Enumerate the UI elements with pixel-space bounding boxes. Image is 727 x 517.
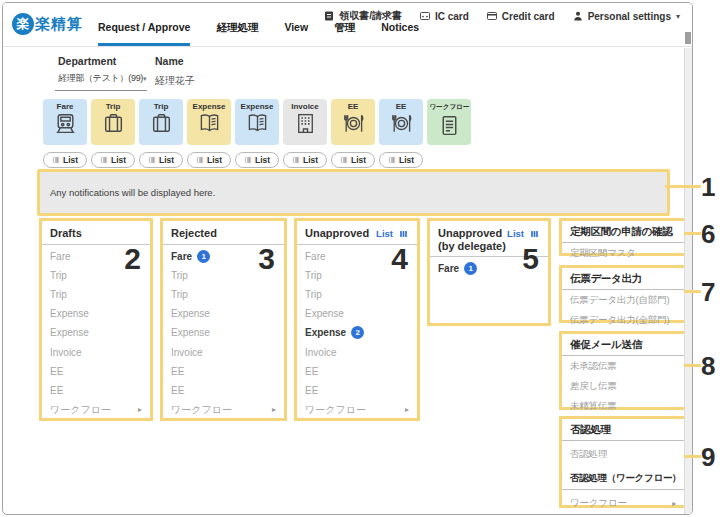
book-icon [245,111,270,136]
list-item-ee[interactable]: EE [163,362,284,381]
list-icon [100,156,108,164]
trip-card[interactable]: Trip [91,99,135,145]
trip-list-button[interactable]: List [91,152,135,168]
list-item-expense[interactable]: Expense [42,304,150,323]
card-col-expense2: Expense List [235,99,279,168]
list-item-expense[interactable]: Expense [163,304,284,323]
item-label: Expense [171,327,210,338]
scrollbar-thumb[interactable] [685,32,691,44]
expense-card[interactable]: Expense [235,99,279,145]
count-badge: 1 [197,250,210,263]
list-button-label: List [399,155,414,165]
list-item-ee[interactable]: EE [297,362,417,381]
expense-card[interactable]: Expense [187,99,231,145]
name-label: Name [155,55,184,67]
item-label: ワークフロー [171,403,232,417]
ee-card[interactable]: EE [379,99,423,145]
rejected-column: Rejected Fare1 Trip Trip Expense Expense… [160,218,287,421]
list-item-trip[interactable]: Trip [297,285,417,304]
panel-link-returned-slips[interactable]: 差戻し伝票 [562,376,684,396]
annotation-number-4: 4 [391,244,408,274]
fare-list-button[interactable]: List [43,152,87,168]
list-item-invoice[interactable]: Invoice [163,343,284,362]
list-item-expense[interactable]: Expense2 [297,323,417,342]
credit-card-link[interactable]: Credit card [486,10,555,22]
trip-card[interactable]: Trip [139,99,183,145]
invoice-list-button[interactable]: List [283,152,327,168]
list-item-workflow[interactable]: ワークフロー▸ [297,400,417,419]
list-item-ee[interactable]: EE [42,381,150,400]
personal-settings-menu[interactable]: Personal settings ▾ [572,10,680,22]
grid-view-icon[interactable] [398,229,409,239]
notification-text: Any notifications will be displayed here… [50,187,215,198]
panel-link-output-own-dept[interactable]: 伝票データ出力(自部門) [562,290,684,310]
dashboard-columns: Drafts Fare Trip Trip Expense Expense In… [39,218,687,508]
item-label: EE [305,385,318,396]
list-item-invoice[interactable]: Invoice [42,343,150,362]
count-badge: 2 [351,326,364,339]
list-item-expense[interactable]: Expense [297,304,417,323]
ic-card-link[interactable]: IC card [419,10,469,22]
expense-list-button[interactable]: List [187,152,231,168]
list-view-link[interactable]: List [376,228,393,239]
submenu-arrow-icon: ▸ [272,405,276,414]
item-label: EE [305,366,318,377]
panel-header: 否認処理 [562,419,684,441]
invoice-card[interactable]: Invoice [283,99,327,145]
department-value: 経理部（テスト）(99) [58,72,143,85]
fare-card[interactable]: Fare [43,99,87,145]
item-label: Expense [171,308,210,319]
column-title-line2: (by delegate) [438,240,506,253]
panel-link-output-all-dept[interactable]: 伝票データ出力(全部門) [562,310,684,330]
annotation-number-1: 1 [701,174,715,200]
list-item-ee[interactable]: EE [163,381,284,400]
department-dropdown[interactable]: 経理部（テスト）(99) ▾ [55,69,147,91]
card-label: Fare [57,102,74,111]
list-item-expense[interactable]: Expense [163,323,284,342]
tab-view[interactable]: View [284,21,308,46]
list-icon [340,156,348,164]
list-button-label: List [63,155,78,165]
list-item-trip[interactable]: Trip [163,285,284,304]
tab-request-approve[interactable]: Request / Approve [98,21,190,46]
annotation-number-8: 8 [701,353,715,379]
ee-card[interactable]: EE [331,99,375,145]
item-label: Trip [171,270,188,281]
card-label: Expense [193,102,226,111]
trip-list-button[interactable]: List [139,152,183,168]
annotation-number-2: 2 [124,244,141,274]
list-item-trip[interactable]: Trip [42,285,150,304]
ee-list-button[interactable]: List [331,152,375,168]
list-item-ee[interactable]: EE [42,362,150,381]
panel-link-rejection[interactable]: 否認処理 [562,441,684,466]
tab-admin[interactable]: 管理 [334,21,355,46]
list-view-link[interactable]: List [507,228,524,239]
column-title: Drafts [50,227,82,240]
panel-link-unapproved-slips[interactable]: 未承認伝票 [562,356,684,376]
list-icon [388,156,396,164]
list-item-expense[interactable]: Expense [42,323,150,342]
item-label: Trip [171,289,188,300]
item-label: Trip [50,270,67,281]
annotation-number-6: 6 [701,221,715,247]
expense-list-button[interactable]: List [235,152,279,168]
tab-accounting[interactable]: 経理処理 [216,21,258,46]
app-window: 楽 楽精算 領収書/請求書 IC card Credit card [2,2,693,515]
tab-notices[interactable]: Notices [381,21,419,46]
list-item-ee[interactable]: EE [297,381,417,400]
item-label: EE [50,385,63,396]
panel-link-unsettled-slips[interactable]: 未精算伝票 [562,396,684,416]
grid-view-icon[interactable] [529,229,540,239]
list-item-workflow[interactable]: ワークフロー▸ [163,400,284,419]
workflow-card[interactable]: ワークフロー [427,99,471,145]
list-icon [52,156,60,164]
list-icon [244,156,252,164]
scrollbar-track[interactable] [684,48,692,514]
annotation-number-3: 3 [258,244,275,274]
notification-bar: Any notifications will be displayed here… [37,169,670,216]
list-item-invoice[interactable]: Invoice [297,343,417,362]
ee-list-button[interactable]: List [379,152,423,168]
list-item-workflow[interactable]: ワークフロー▸ [42,400,150,419]
panel-link-periodic-route-master[interactable]: 定期区間マスタ [562,243,684,263]
panel-link-workflow[interactable]: ワークフロー▸ [562,490,684,515]
